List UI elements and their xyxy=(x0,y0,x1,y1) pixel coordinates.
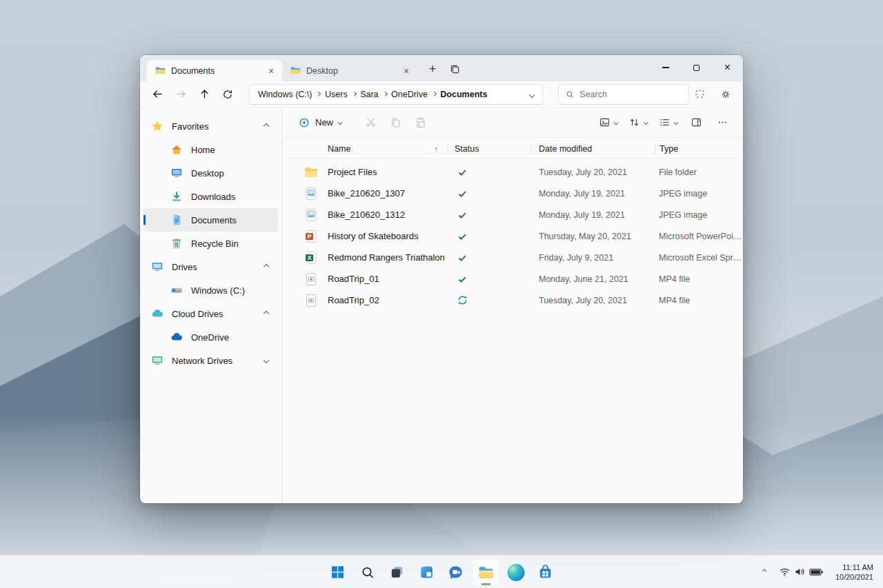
navigation-bar: Windows (C:\) Users Sara OneDrive Docume… xyxy=(140,81,743,108)
folder-icon xyxy=(155,66,166,75)
tab-label: Documents xyxy=(171,66,259,76)
sidebar-item-downloads[interactable]: Downloads xyxy=(143,185,278,208)
more-options-button[interactable] xyxy=(710,112,735,134)
tab-close-button[interactable]: × xyxy=(264,64,278,78)
sidebar-section-favorites[interactable]: Favorites xyxy=(143,114,278,138)
search-box[interactable] xyxy=(558,84,689,105)
chevron-down-icon[interactable] xyxy=(264,358,269,363)
sidebar-item-windows-c[interactable]: Windows (C:) xyxy=(143,278,278,302)
new-button[interactable]: New xyxy=(292,112,349,134)
view-button[interactable] xyxy=(654,112,683,134)
breadcrumb-segment[interactable]: Sara xyxy=(360,90,378,99)
sidebar-item-onedrive[interactable]: OneDrive xyxy=(143,325,278,349)
file-explorer-window: Documents × Desktop × + × xyxy=(140,55,743,503)
sidebar-section-cloud-drives[interactable]: Cloud Drives xyxy=(143,302,278,325)
chat-bubble-icon xyxy=(449,565,464,580)
back-button[interactable] xyxy=(147,84,168,105)
tab-desktop[interactable]: Desktop × xyxy=(282,60,417,81)
file-row[interactable]: RoadTrip_02 Tuesday, July 20, 2021 MP4 f… xyxy=(282,290,743,311)
new-tab-button[interactable]: + xyxy=(423,59,442,79)
maximize-button[interactable] xyxy=(681,55,712,80)
tab-strip: Documents × Desktop × + × xyxy=(140,55,743,81)
copy-button[interactable] xyxy=(384,112,408,134)
sidebar-item-label: Home xyxy=(191,145,215,155)
tab-documents[interactable]: Documents × xyxy=(147,60,282,81)
folder-icon xyxy=(290,66,301,75)
file-name: RoadTrip_02 xyxy=(328,295,379,305)
widgets-button[interactable] xyxy=(413,558,441,586)
column-header-name[interactable]: Name ↑ xyxy=(282,143,448,154)
file-row[interactable]: P History of Skateboards Thursday, May 2… xyxy=(282,225,743,247)
new-button-label: New xyxy=(315,117,333,128)
chevron-up-icon[interactable] xyxy=(264,264,269,270)
sidebar-section-network-drives[interactable]: Network Drives xyxy=(143,349,278,372)
up-arrow-icon xyxy=(199,88,210,100)
list-view-icon xyxy=(659,116,671,128)
task-view-icon xyxy=(390,565,405,580)
settings-gear-icon[interactable] xyxy=(715,84,736,105)
column-header-type[interactable]: Type xyxy=(655,143,743,154)
refresh-button[interactable] xyxy=(217,84,238,105)
edge-button[interactable] xyxy=(502,558,530,586)
details-pane-button[interactable] xyxy=(684,112,708,134)
layout-button[interactable] xyxy=(594,112,623,134)
breadcrumb-segment[interactable]: Windows (C:\) xyxy=(258,90,312,99)
file-row[interactable]: Project Files Tuesday, July 20, 2021 Fil… xyxy=(282,161,743,183)
monitor-icon xyxy=(151,261,163,273)
cut-button[interactable] xyxy=(359,112,384,134)
tab-close-button[interactable]: × xyxy=(399,64,413,78)
excel-file-icon: X xyxy=(304,251,318,265)
chevron-down-icon xyxy=(674,120,678,124)
column-header-date-modified[interactable]: Date modified xyxy=(530,143,655,154)
details-pane-icon xyxy=(691,116,702,128)
task-view-button[interactable] xyxy=(384,558,411,586)
sort-button[interactable] xyxy=(624,112,653,134)
microsoft-store-button[interactable] xyxy=(532,558,559,586)
minimize-button[interactable] xyxy=(650,55,681,80)
search-input[interactable] xyxy=(579,90,682,99)
breadcrumb-segment-current[interactable]: Documents xyxy=(440,90,487,99)
sidebar-item-recycle-bin[interactable]: Recycle Bin xyxy=(143,232,278,255)
tab-label: Desktop xyxy=(306,66,394,76)
tray-status-icons[interactable] xyxy=(773,558,829,586)
sort-ascending-icon: ↑ xyxy=(435,145,439,153)
chat-button[interactable] xyxy=(443,558,470,586)
synced-icon xyxy=(457,232,467,241)
file-row[interactable]: Bike_210620_1312 Monday, July 19, 2021 J… xyxy=(282,204,743,225)
hidden-icons-button[interactable] xyxy=(756,558,773,586)
sidebar-section-drives[interactable]: Drives xyxy=(143,255,278,278)
sort-arrows-icon xyxy=(628,116,640,128)
copy-icon xyxy=(390,116,401,128)
sync-status-icon[interactable] xyxy=(689,84,710,105)
file-date-modified: Monday, June 21, 2021 xyxy=(530,274,655,284)
synced-icon xyxy=(457,189,467,199)
sidebar-item-desktop[interactable]: Desktop xyxy=(143,161,278,185)
start-button[interactable] xyxy=(324,558,352,586)
hard-drive-icon xyxy=(170,284,183,296)
close-button[interactable]: × xyxy=(712,55,743,80)
forward-button[interactable] xyxy=(170,84,191,105)
paste-button[interactable] xyxy=(408,112,433,134)
taskbar-search-button[interactable] xyxy=(354,558,381,586)
file-explorer-button[interactable] xyxy=(473,558,500,586)
sidebar-item-home[interactable]: Home xyxy=(143,138,278,161)
wifi-icon xyxy=(779,566,791,578)
column-header-status[interactable]: Status xyxy=(448,143,530,154)
file-list-pane: New xyxy=(281,108,743,503)
breadcrumb-segment[interactable]: OneDrive xyxy=(391,90,428,99)
address-dropdown-button[interactable] xyxy=(528,88,535,101)
file-row[interactable]: Bike_210620_1307 Monday, July 19, 2021 J… xyxy=(282,183,743,204)
chevron-up-icon[interactable] xyxy=(264,311,269,316)
ellipsis-icon xyxy=(717,117,728,128)
sidebar-item-documents[interactable]: Documents xyxy=(143,208,278,232)
address-bar[interactable]: Windows (C:\) Users Sara OneDrive Docume… xyxy=(249,84,543,105)
taskbar-clock[interactable]: 11:11 AM 10/20/2021 xyxy=(829,558,882,586)
file-row[interactable]: X Redmond Rangers Triathalon Friday, Jul… xyxy=(282,247,743,268)
file-row[interactable]: RoadTrip_01 Monday, June 21, 2021 MP4 fi… xyxy=(282,268,743,290)
up-button[interactable] xyxy=(194,84,215,105)
breadcrumb-segment[interactable]: Users xyxy=(325,90,348,99)
search-icon xyxy=(566,90,574,99)
tab-overview-icon[interactable] xyxy=(445,59,464,79)
chevron-up-icon[interactable] xyxy=(264,123,269,129)
powerpoint-file-icon: P xyxy=(304,230,318,243)
